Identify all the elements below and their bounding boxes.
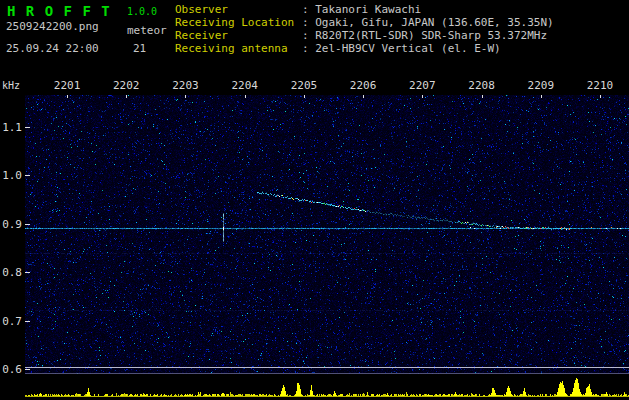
mode-label: meteor: [127, 24, 167, 37]
y-tick-label: 0.6: [0, 363, 22, 376]
echo-count: 21: [133, 42, 146, 55]
info-value: : R820T2(RTL-SDR) SDR-Sharp 53.372MHz: [302, 29, 547, 42]
y-tick-label: 1.1: [0, 121, 22, 134]
x-tick-label: 2202: [113, 79, 140, 92]
signal-level-strip-canvas: [25, 377, 629, 397]
app-title: H R O F F T: [7, 3, 111, 19]
y-tick-label: 0.9: [0, 218, 22, 231]
x-tick-label: 2206: [350, 79, 377, 92]
info-label: Observer: [175, 4, 302, 17]
x-tick-label: 2208: [468, 79, 495, 92]
x-tick-label: 2207: [409, 79, 436, 92]
info-value: : Ogaki, Gifu, JAPAN (136.60E, 35.35N): [302, 16, 554, 29]
x-tick-label: 2201: [54, 79, 81, 92]
station-info-row: Receiving antenna: 2el-HB9CV Vertical (e…: [175, 43, 554, 56]
spectrogram-canvas: [25, 95, 629, 374]
info-label: Receiving Location: [175, 17, 302, 30]
y-tick-label: 0.8: [0, 266, 22, 279]
x-tick-label: 2205: [291, 79, 318, 92]
station-info: Observer: Takanori KawachiReceiving Loca…: [175, 4, 554, 56]
x-tick-label: 2204: [231, 79, 258, 92]
y-tick-label: 1.0: [0, 169, 22, 182]
info-label: Receiving antenna: [175, 43, 302, 56]
x-tick-label: 2210: [587, 79, 614, 92]
app-version: 1.0.0: [127, 6, 157, 17]
x-tick-label: 2203: [172, 79, 199, 92]
x-tick-label: 2209: [528, 79, 555, 92]
info-value: : 2el-HB9CV Vertical (el. E-W): [302, 42, 501, 55]
hrofft-output-window: H R O F F T 1.0.0 2509242200.png meteor …: [0, 0, 629, 400]
y-tick-label: 0.7: [0, 315, 22, 328]
info-value: : Takanori Kawachi: [302, 3, 421, 16]
y-axis-unit-label: kHz: [2, 80, 20, 91]
info-label: Receiver: [175, 30, 302, 43]
observation-datetime: 25.09.24 22:00: [6, 42, 99, 55]
output-filename: 2509242200.png: [6, 20, 99, 33]
